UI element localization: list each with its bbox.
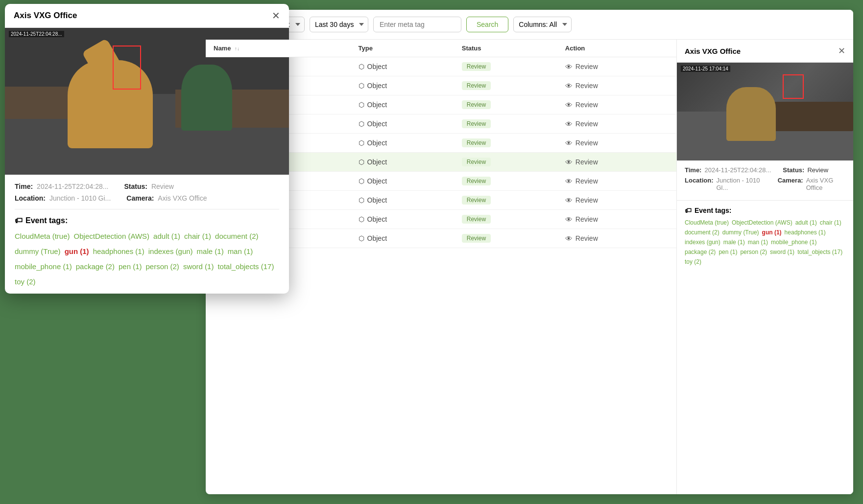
scene-person [726,87,776,141]
tag-headphones[interactable]: headphones (1) [785,229,826,236]
cube-icon: ⬡ [359,158,364,166]
modal-tag-male[interactable]: male (1) [197,247,224,255]
tag-male[interactable]: male (1) [723,239,745,246]
modal-close-button[interactable]: ✕ [272,11,280,21]
col-name[interactable]: Name ↑↓ [214,45,359,52]
cell-status: Review [462,234,565,243]
eye-icon: 👁 [565,234,573,243]
modal-divider [15,209,279,209]
cube-icon: ⬡ [359,177,364,185]
modal-tag-indexes[interactable]: indexes (gun) [148,247,193,255]
cell-action[interactable]: 👁 Review [565,234,669,243]
cell-action[interactable]: 👁 Review [565,101,669,109]
cube-icon: ⬡ [359,63,364,70]
cube-icon: ⬡ [359,82,364,90]
tag-dummy[interactable]: dummy (True) [722,229,759,236]
modal-tag-chair[interactable]: chair (1) [184,232,211,240]
detail-title: Axis VXG Office [685,47,741,55]
modal-tag-sword[interactable]: sword (1) [183,262,214,271]
cell-action[interactable]: 👁 Review [565,139,669,147]
time-label: Time: [685,166,701,174]
tag-mobile-phone[interactable]: mobile_phone (1) [771,239,816,246]
modal-tag-document[interactable]: document (2) [215,232,258,240]
tag-document[interactable]: document (2) [685,229,719,236]
cube-icon: ⬡ [359,120,364,128]
cell-action[interactable]: 👁 Review [565,196,669,205]
tag-adult[interactable]: adult (1) [795,219,817,226]
tag-pen[interactable]: pen (1) [719,249,737,255]
content-area: Name ↑↓ Type Status Action Gun Alert ⬡ O… [206,40,853,494]
cell-type: ⬡ Object [359,158,462,166]
col-status: Status [462,45,565,52]
detail-image: 2024-11-25 17:04:14 [677,63,853,160]
tag-cloudmeta[interactable]: CloudMeta (true) [685,219,729,226]
modal-tag-pen[interactable]: pen (1) [119,262,142,271]
camera-still: 2024-11-25 17:04:14 [677,63,853,160]
meta-tag-input[interactable] [373,17,461,32]
modal-meta-time: Time: 2024-11-25T22:04:28... [15,183,108,190]
tag-sword[interactable]: sword (1) [770,249,794,255]
location-label: Location: [685,177,714,191]
col-action: Action [565,45,669,52]
cell-action[interactable]: 👁 Review [565,177,669,185]
detail-close-button[interactable]: ✕ [838,46,845,55]
tag-chair[interactable]: chair (1) [820,219,841,226]
tag-objectdetection[interactable]: ObjectDetection (AWS) [732,219,792,226]
cell-status: Review [462,119,565,128]
tag-package[interactable]: package (2) [685,249,716,255]
modal-tag-objectdetection[interactable]: ObjectDetection (AWS) [74,232,150,240]
tag-man[interactable]: man (1) [748,239,768,246]
tag-total-objects[interactable]: total_objects (17) [797,249,842,255]
modal-tag-headphones[interactable]: headphones (1) [93,247,144,255]
cell-type: ⬡ Object [359,120,462,128]
cell-type: ⬡ Object [359,63,462,70]
modal-tags-container: CloudMeta (true) ObjectDetection (AWS) a… [15,232,279,286]
modal-tag-icon: 🏷 [15,216,23,225]
cell-action[interactable]: 👁 Review [565,215,669,224]
date-range-filter[interactable]: Last 30 days [310,17,368,32]
modal-status-value: Review [151,183,174,190]
detail-panel: Axis VXG Office ✕ 2024-11-25 17:04:14 Ti… [677,40,853,494]
tags-container: CloudMeta (true) ObjectDetection (AWS) a… [685,219,845,265]
modal-tag-total-objects[interactable]: total_objects (17) [217,262,274,271]
tag-toy[interactable]: toy (2) [685,258,701,265]
cell-action[interactable]: 👁 Review [565,63,669,71]
modal-tag-toy[interactable]: toy (2) [15,277,36,286]
cell-status: Review [462,81,565,90]
scene-desk [774,102,853,131]
cell-status: Review [462,158,565,166]
detail-tags-section: 🏷 Event tags: CloudMeta (true) ObjectDet… [677,201,853,271]
modal-tag-mobile-phone[interactable]: mobile_phone (1) [15,262,72,271]
tag-person[interactable]: person (2) [740,249,767,255]
modal-title: Axis VXG Office [14,11,77,21]
modal-meta-row-1: Time: 2024-11-25T22:04:28... Status: Rev… [15,183,279,190]
tag-indexes[interactable]: indexes (gun) [685,239,720,246]
cube-icon: ⬡ [359,196,364,204]
cell-type: ⬡ Object [359,234,462,242]
columns-filter[interactable]: Columns: All [513,17,572,32]
cell-status: Review [462,215,565,224]
eye-icon: 👁 [565,63,573,71]
status-label: Status: [783,166,804,174]
modal-tag-adult[interactable]: adult (1) [153,232,180,240]
search-button[interactable]: Search [466,17,508,32]
meta-row-1: Time: 2024-11-25T22:04:28... Status: Rev… [685,166,845,174]
cell-action[interactable]: 👁 Review [565,120,669,128]
table-header: Name ↑↓ Type Status Action [206,40,676,57]
ms-timestamp: 2024-11-25T22:04:28... [9,31,64,37]
modal-tag-cloudmeta[interactable]: CloudMeta (true) [15,232,70,240]
modal-camera-value: Axis VXG Office [158,194,207,202]
modal-tag-person[interactable]: person (2) [146,262,179,271]
tag-gun[interactable]: gun (1) [762,229,782,236]
cell-action[interactable]: 👁 Review [565,158,669,166]
eye-icon: 👁 [565,82,573,90]
modal-tag-package[interactable]: package (2) [76,262,115,271]
cell-action[interactable]: 👁 Review [565,82,669,90]
modal-body: Time: 2024-11-25T22:04:28... Status: Rev… [5,175,289,294]
cell-type: ⬡ Object [359,82,462,90]
cell-status: Review [462,196,565,205]
modal-tag-dummy[interactable]: dummy (True) [15,247,61,255]
modal-meta-status: Status: Review [124,183,173,190]
modal-tag-gun[interactable]: gun (1) [65,247,89,255]
modal-tag-man[interactable]: man (1) [228,247,253,255]
